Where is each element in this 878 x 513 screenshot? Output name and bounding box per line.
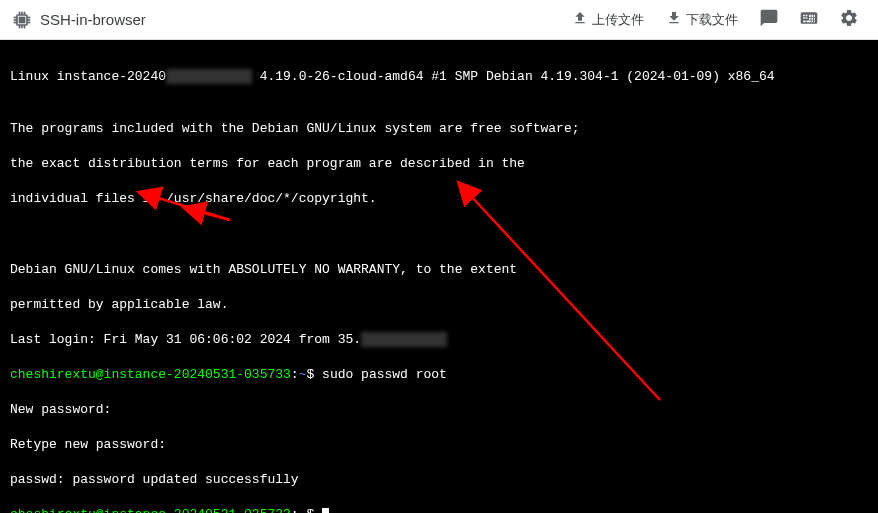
toolbar-left: SSH-in-browser <box>12 10 146 30</box>
chip-icon <box>12 10 32 30</box>
app-title: SSH-in-browser <box>40 11 146 28</box>
terminal-line: passwd: password updated successfully <box>10 471 868 489</box>
redacted-text: xxxxxxxxxxx <box>361 332 447 347</box>
terminal-line: The programs included with the Debian GN… <box>10 120 868 138</box>
upload-button[interactable]: 上传文件 <box>564 4 652 35</box>
cursor <box>322 508 329 513</box>
feedback-button[interactable] <box>752 3 786 37</box>
prompt-user: cheshirextu@instance-20240531-035733 <box>10 367 291 382</box>
terminal-line: permitted by applicable law. <box>10 296 868 314</box>
terminal[interactable]: Linux instance-20240xxxxxxxxxxx 4.19.0-2… <box>0 40 878 513</box>
toolbar: SSH-in-browser 上传文件 下载文件 <box>0 0 878 40</box>
terminal-line: cheshirextu@instance-20240531-035733:~$ <box>10 506 868 513</box>
terminal-line: cheshirextu@instance-20240531-035733:~$ … <box>10 366 868 384</box>
terminal-line: the exact distribution terms for each pr… <box>10 155 868 173</box>
terminal-line: New password: <box>10 401 868 419</box>
terminal-line: Debian GNU/Linux comes with ABSOLUTELY N… <box>10 261 868 279</box>
download-icon <box>666 10 682 29</box>
keyboard-button[interactable] <box>792 3 826 37</box>
svg-line-17 <box>200 212 230 220</box>
download-label: 下载文件 <box>686 11 738 29</box>
upload-label: 上传文件 <box>592 11 644 29</box>
svg-rect-1 <box>20 17 25 22</box>
terminal-line: Last login: Fri May 31 06:06:02 2024 fro… <box>10 331 868 349</box>
terminal-line: individual files in /usr/share/doc/*/cop… <box>10 190 868 208</box>
download-button[interactable]: 下载文件 <box>658 4 746 35</box>
gear-icon <box>839 8 859 32</box>
settings-button[interactable] <box>832 3 866 37</box>
keyboard-icon <box>799 8 819 32</box>
command: sudo passwd root <box>322 367 447 382</box>
redacted-text: xxxxxxxxxxx <box>166 69 252 84</box>
terminal-line: Retype new password: <box>10 436 868 454</box>
toolbar-right: 上传文件 下载文件 <box>564 3 866 37</box>
chat-icon <box>759 8 779 32</box>
prompt-user: cheshirextu@instance-20240531-035733 <box>10 507 291 513</box>
upload-icon <box>572 10 588 29</box>
terminal-line <box>10 225 868 243</box>
terminal-line: Linux instance-20240xxxxxxxxxxx 4.19.0-2… <box>10 68 868 86</box>
